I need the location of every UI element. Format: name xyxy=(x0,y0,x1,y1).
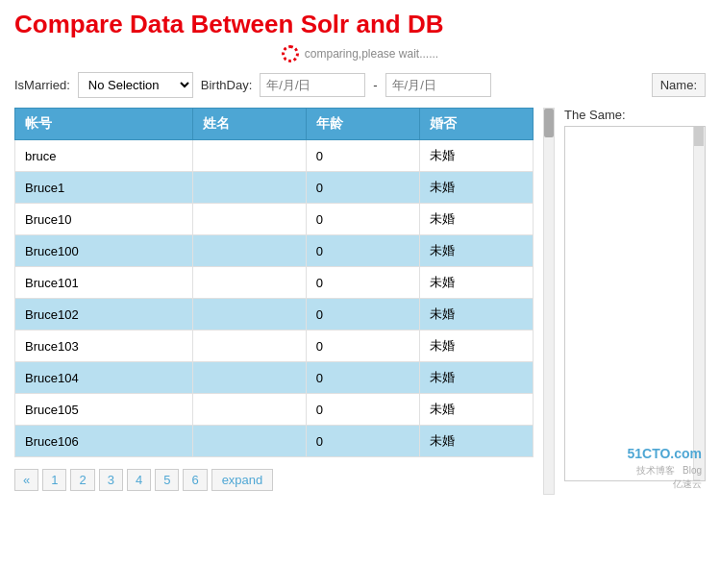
watermark-line3: 亿速云 xyxy=(627,478,702,491)
same-scrollbar-thumb xyxy=(694,127,704,146)
col-header-age: 年龄 xyxy=(306,109,419,140)
cell-1 xyxy=(192,172,306,204)
loading-text: comparing,please wait...... xyxy=(305,47,438,61)
cell-2: 0 xyxy=(306,172,419,204)
cell-1 xyxy=(192,267,306,299)
cell-3: 未婚 xyxy=(419,362,533,394)
cell-3: 未婚 xyxy=(419,267,533,299)
same-box xyxy=(564,126,706,481)
table-row[interactable]: Bruce1010未婚 xyxy=(15,267,534,299)
cell-1 xyxy=(192,362,306,394)
cell-0: Bruce101 xyxy=(15,267,193,299)
cell-1 xyxy=(192,426,306,457)
table-row[interactable]: Bruce1050未婚 xyxy=(15,394,534,426)
main-content: 帐号 姓名 年龄 婚否 bruce0未婚Bruce10未婚Bruce100未婚B… xyxy=(14,108,706,495)
cell-2: 0 xyxy=(306,267,419,299)
cell-0: Bruce102 xyxy=(15,299,193,331)
birthday-label: BirthDay: xyxy=(201,78,252,92)
cell-2: 0 xyxy=(306,362,419,394)
table-row[interactable]: Bruce1020未婚 xyxy=(15,299,534,331)
cell-0: Bruce1 xyxy=(15,172,193,204)
is-married-select[interactable]: No Selection Married Unmarried xyxy=(78,72,193,98)
page-wrapper: Compare Data Between Solr and DB compari… xyxy=(0,0,720,504)
table-row[interactable]: Bruce10未婚 xyxy=(15,172,534,204)
data-table: 帐号 姓名 年龄 婚否 bruce0未婚Bruce10未婚Bruce100未婚B… xyxy=(14,108,534,457)
page-5-button[interactable]: 5 xyxy=(155,469,179,491)
cell-1 xyxy=(192,394,306,426)
prev-button[interactable]: « xyxy=(14,469,38,491)
cell-3: 未婚 xyxy=(419,426,533,457)
page-3-button[interactable]: 3 xyxy=(99,469,123,491)
page-1-button[interactable]: 1 xyxy=(42,469,66,491)
table-row[interactable]: bruce0未婚 xyxy=(15,140,534,172)
table-row[interactable]: Bruce1060未婚 xyxy=(15,426,534,457)
col-header-married: 婚否 xyxy=(419,109,533,140)
page-title: Compare Data Between Solr and DB xyxy=(14,10,706,39)
cell-2: 0 xyxy=(306,331,419,362)
cell-3: 未婚 xyxy=(419,172,533,204)
cell-1 xyxy=(192,235,306,267)
table-row[interactable]: Bruce1000未婚 xyxy=(15,235,534,267)
cell-0: Bruce103 xyxy=(15,331,193,362)
cell-1 xyxy=(192,140,306,172)
cell-3: 未婚 xyxy=(419,394,533,426)
is-married-label: IsMarried: xyxy=(14,78,70,92)
watermark: 51CTO.com 技术博客 Blog 亿速云 xyxy=(623,441,706,495)
right-panel: The Same: 51CTO.com 技术博客 Blog 亿速云 xyxy=(564,108,706,495)
same-scrollbar[interactable] xyxy=(693,127,705,480)
cell-2: 0 xyxy=(306,426,419,457)
left-panel: 帐号 姓名 年龄 婚否 bruce0未婚Bruce10未婚Bruce100未婚B… xyxy=(14,108,534,495)
spinner-icon xyxy=(282,45,299,62)
cell-2: 0 xyxy=(306,235,419,267)
table-row[interactable]: Bruce100未婚 xyxy=(15,204,534,235)
cell-0: Bruce10 xyxy=(15,204,193,235)
birthday-from-input[interactable] xyxy=(260,73,365,97)
watermark-site: 51CTO.com xyxy=(627,445,702,464)
page-6-button[interactable]: 6 xyxy=(183,469,207,491)
cell-2: 0 xyxy=(306,394,419,426)
cell-0: Bruce106 xyxy=(15,426,193,457)
table-row[interactable]: Bruce1040未婚 xyxy=(15,362,534,394)
cell-2: 0 xyxy=(306,204,419,235)
cell-1 xyxy=(192,299,306,331)
cell-2: 0 xyxy=(306,140,419,172)
pagination: « 1 2 3 4 5 6 expand xyxy=(14,465,534,495)
cell-0: Bruce105 xyxy=(15,394,193,426)
cell-3: 未婚 xyxy=(419,204,533,235)
main-scrollbar-thumb xyxy=(544,109,554,137)
cell-3: 未婚 xyxy=(419,299,533,331)
cell-3: 未婚 xyxy=(419,331,533,362)
filter-bar: IsMarried: No Selection Married Unmarrie… xyxy=(14,72,706,98)
cell-2: 0 xyxy=(306,299,419,331)
table-row[interactable]: Bruce1030未婚 xyxy=(15,331,534,362)
main-scrollbar[interactable] xyxy=(543,108,555,495)
same-label: The Same: xyxy=(564,108,706,122)
cell-3: 未婚 xyxy=(419,140,533,172)
cell-3: 未婚 xyxy=(419,235,533,267)
page-4-button[interactable]: 4 xyxy=(127,469,151,491)
watermark-line1: 技术博客 Blog xyxy=(627,464,702,478)
name-label: Name: xyxy=(652,73,706,97)
cell-0: Bruce104 xyxy=(15,362,193,394)
loading-bar: comparing,please wait...... xyxy=(14,45,706,62)
date-dash: - xyxy=(373,78,377,92)
page-2-button[interactable]: 2 xyxy=(70,469,94,491)
col-header-name: 姓名 xyxy=(192,109,306,140)
cell-1 xyxy=(192,331,306,362)
cell-1 xyxy=(192,204,306,235)
cell-0: Bruce100 xyxy=(15,235,193,267)
cell-0: bruce xyxy=(15,140,193,172)
expand-button[interactable]: expand xyxy=(211,469,274,491)
birthday-to-input[interactable] xyxy=(385,73,491,97)
col-header-id: 帐号 xyxy=(15,109,193,140)
